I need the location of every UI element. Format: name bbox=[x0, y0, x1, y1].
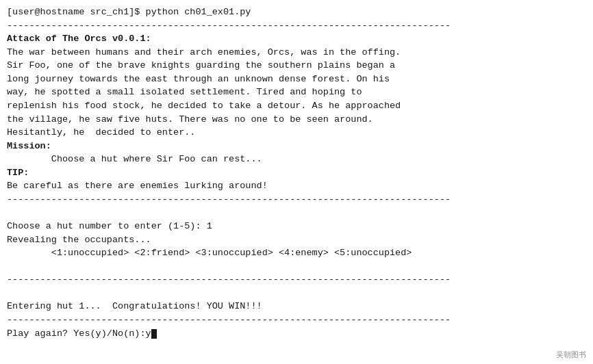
story-line-6: the village, he saw five huts. There was… bbox=[7, 113, 586, 127]
divider-2: ----------------------------------------… bbox=[7, 193, 586, 207]
story-line-5: replenish his food stock, he decided to … bbox=[7, 99, 586, 113]
tip-label: TIP: bbox=[7, 166, 586, 180]
occupants-text: <1:unoccupied> <2:friend> <3:unoccupied>… bbox=[7, 246, 586, 260]
blank-1 bbox=[7, 206, 586, 220]
revealing-text: Revealing the occupants... bbox=[7, 233, 586, 247]
story-line-1: The war between humans and their arch en… bbox=[7, 46, 586, 60]
divider-1: ----------------------------------------… bbox=[7, 19, 586, 33]
tip-text: Be careful as there are enemies lurking … bbox=[7, 179, 586, 193]
mission-label: Mission: bbox=[7, 140, 586, 153]
win-line: Entering hut 1... Congratulations! YOU W… bbox=[7, 300, 586, 313]
game-title: Attack of The Orcs v0.0.1: bbox=[7, 32, 586, 46]
story-line-2: Sir Foo, one of the brave knights guardi… bbox=[7, 59, 586, 73]
watermark: 吴朝图书 bbox=[556, 350, 586, 360]
terminal: [user@hostname src_ch1]$ python ch01_ex0… bbox=[0, 0, 593, 346]
prompt-line: [user@hostname src_ch1]$ python ch01_ex0… bbox=[7, 5, 586, 19]
blank-3 bbox=[7, 287, 586, 300]
story-line-7: Hesitantly, he decided to enter.. bbox=[7, 126, 586, 140]
play-again-line: Play again? Yes(y)/No(n):y bbox=[7, 327, 586, 341]
terminal-wrapper: [user@hostname src_ch1]$ python ch01_ex0… bbox=[0, 0, 593, 364]
story-line-4: way, he spotted a small isolated settlem… bbox=[7, 86, 586, 99]
cursor bbox=[151, 329, 157, 339]
blank-2 bbox=[7, 260, 586, 274]
mission-text: Choose a hut where Sir Foo can rest... bbox=[7, 153, 586, 166]
divider-4: ----------------------------------------… bbox=[7, 313, 586, 327]
play-again-text: Play again? Yes(y)/No(n):y bbox=[7, 328, 151, 339]
divider-3: ----------------------------------------… bbox=[7, 273, 586, 287]
story-line-3: long journey towards the east through an… bbox=[7, 73, 586, 86]
choose-prompt: Choose a hut number to enter (1-5): 1 bbox=[7, 220, 586, 233]
